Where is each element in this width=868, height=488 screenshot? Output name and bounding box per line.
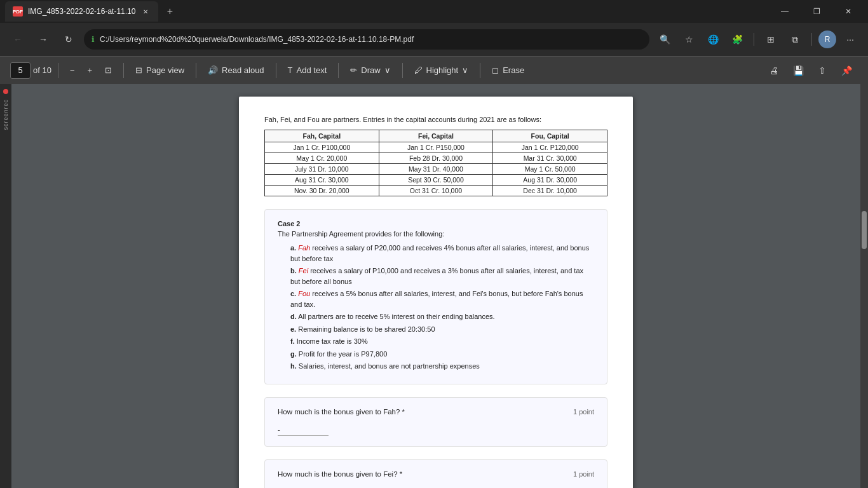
draw-label: Draw xyxy=(361,65,380,75)
list-item: c. Fou receives a 5% bonus after all sal… xyxy=(290,288,594,309)
addressbar: ← → ↻ ℹ C:/Users/reymond%20d%20querwela/… xyxy=(0,23,868,56)
split-screen-button[interactable]: ⧉ xyxy=(785,29,805,50)
table-cell: Sept 30 Cr. 50,000 xyxy=(379,175,493,186)
titlebar: PDF IMG_4853-2022-02-16-at-11.10 ✕ + — ❐… xyxy=(0,0,868,23)
toolbar-sep5 xyxy=(338,63,339,78)
refresh-button[interactable]: ↻ xyxy=(58,29,79,50)
question1-text: How much is the bonus given to Fah? * xyxy=(278,408,405,416)
list-item: d. All partners are to receive 5% intere… xyxy=(290,311,594,322)
tab-label: IMG_4853-2022-02-16-at-11.10 xyxy=(28,7,135,16)
table-cell: Mar 31 Cr. 30,000 xyxy=(493,153,607,164)
zoom-in-button[interactable]: + xyxy=(83,60,98,81)
scrollbar[interactable] xyxy=(860,84,868,488)
new-tab-button[interactable]: + xyxy=(161,3,179,20)
profile-button[interactable]: R xyxy=(818,30,836,48)
table-cell: Aug 31 Dr. 30,000 xyxy=(493,175,607,186)
read-aloud-icon: 🔊 xyxy=(208,65,218,75)
zoom-out-button[interactable]: − xyxy=(65,60,80,81)
table-cell: July 31 Dr. 10,000 xyxy=(265,164,379,175)
table-row: Nov. 30 Dr. 20,000 Oct 31 Cr. 10,000 Dec… xyxy=(265,186,607,196)
address-bar-input[interactable]: ℹ C:/Users/reymond%20d%20querwela/Downlo… xyxy=(84,29,649,50)
page-view-label: Page view xyxy=(146,65,184,75)
extensions-button[interactable]: 🧩 xyxy=(727,29,747,50)
page-view-button[interactable]: ⊟ Page view xyxy=(130,60,189,81)
scroll-thumb[interactable] xyxy=(862,211,867,249)
question2-header: How much is the bonus given to Fei? * 1 … xyxy=(278,470,594,478)
erase-label: Erase xyxy=(503,65,524,75)
close-button[interactable]: ✕ xyxy=(834,0,863,23)
browser-extension-button[interactable]: 🌐 xyxy=(703,29,723,50)
add-text-button[interactable]: T Add text xyxy=(283,60,332,81)
forward-button[interactable]: → xyxy=(33,29,53,50)
question1-points: 1 point xyxy=(573,408,594,416)
draw-chevron-icon: ∨ xyxy=(384,65,391,75)
pdf-content[interactable]: Fah, Fei, and Fou are partners. Entries … xyxy=(11,84,860,488)
share-button[interactable]: ⇧ xyxy=(811,60,834,81)
draw-icon: ✏ xyxy=(350,65,357,75)
table-cell: Nov. 30 Dr. 20,000 xyxy=(265,186,379,196)
table-cell: May 31 Dr. 40,000 xyxy=(379,164,493,175)
case2-section: Case 2 The Partnership Agreement provide… xyxy=(264,209,607,384)
page-number-input[interactable] xyxy=(10,62,31,79)
table-row: May 1 Cr. 20,000 Feb 28 Dr. 30,000 Mar 3… xyxy=(265,153,607,164)
case2-title: Case 2 xyxy=(278,220,594,227)
toolbar-sep3 xyxy=(196,63,196,78)
list-item: g. Profit for the year is P97,800 xyxy=(290,349,594,360)
table-cell: Dec 31 Dr. 10,000 xyxy=(493,186,607,196)
read-aloud-label: Read aloud xyxy=(222,65,264,75)
collections-button[interactable]: ⊞ xyxy=(761,29,781,50)
toolbar-sep6 xyxy=(402,63,403,78)
question1-section: How much is the bonus given to Fah? * 1 … xyxy=(264,397,607,447)
question1-header: How much is the bonus given to Fah? * 1 … xyxy=(278,408,594,416)
zoom-in-icon: + xyxy=(88,65,93,75)
pdf-toolbar: of 10 − + ⊡ ⊟ Page view 🔊 Read aloud T A… xyxy=(0,56,868,84)
erase-button[interactable]: ◻ Erase xyxy=(487,60,529,81)
save-button[interactable]: 💾 xyxy=(787,60,810,81)
list-item: f. Income tax rate is 30% xyxy=(290,336,594,347)
pdf-page: Fah, Fei, and Fou are partners. Entries … xyxy=(239,97,633,488)
pdf-right-tools: 🖨 💾 ⇧ 📌 xyxy=(763,60,858,81)
highlight-chevron-icon: ∨ xyxy=(462,65,468,75)
favorites-button[interactable]: ☆ xyxy=(679,29,699,50)
table-header-fou: Fou, Capital xyxy=(493,130,607,142)
pin-button[interactable]: 📌 xyxy=(835,60,858,81)
main-area: screenrec Fah, Fei, and Fou are partners… xyxy=(0,84,868,488)
url-text: C:/Users/reymond%20d%20querwela/Download… xyxy=(100,35,414,44)
table-cell: Jan 1 Cr. P100,000 xyxy=(265,142,379,153)
highlight-button[interactable]: 🖊 Highlight ∨ xyxy=(409,60,474,81)
table-header-fah: Fah, Capital xyxy=(265,130,379,142)
read-aloud-button[interactable]: 🔊 Read aloud xyxy=(203,60,269,81)
menu-button[interactable]: ··· xyxy=(840,29,860,50)
search-button[interactable]: 🔍 xyxy=(654,29,675,50)
tab-close-button[interactable]: ✕ xyxy=(140,6,151,17)
page-total: of 10 xyxy=(33,65,51,75)
screenrec-sidebar: screenrec xyxy=(0,84,11,488)
table-header-fei: Fei, Capital xyxy=(379,130,493,142)
fit-page-button[interactable]: ⊡ xyxy=(100,60,117,81)
question2-points: 1 point xyxy=(573,470,594,478)
highlight-label: Highlight xyxy=(426,65,459,75)
toolbar-sep2 xyxy=(123,63,124,78)
list-item: h. Salaries, interest, and bonus are not… xyxy=(290,361,594,372)
screenrec-label: screenrec xyxy=(3,99,9,130)
page-view-icon: ⊟ xyxy=(135,65,142,75)
restore-button[interactable]: ❐ xyxy=(802,0,831,23)
table-cell: Feb 28 Dr. 30,000 xyxy=(379,153,493,164)
highlight-icon: 🖊 xyxy=(414,65,423,75)
list-item: a. Fah receives a salary of P20,000 and … xyxy=(290,243,594,264)
table-section: Fah, Fei, and Fou are partners. Entries … xyxy=(264,116,607,196)
security-icon: ℹ xyxy=(92,35,95,44)
add-text-label: Add text xyxy=(297,65,327,75)
browser-tab[interactable]: PDF IMG_4853-2022-02-16-at-11.10 ✕ xyxy=(5,1,158,22)
back-button[interactable]: ← xyxy=(8,29,28,50)
table-row: July 31 Dr. 10,000 May 31 Dr. 40,000 May… xyxy=(265,164,607,175)
table-row: Aug 31 Cr. 30,000 Sept 30 Cr. 50,000 Aug… xyxy=(265,175,607,186)
minimize-button[interactable]: — xyxy=(770,0,799,23)
table-cell: Jan 1 Cr. P150,000 xyxy=(379,142,493,153)
print-button[interactable]: 🖨 xyxy=(763,60,785,81)
zoom-out-icon: − xyxy=(70,65,75,75)
table-row: Jan 1 Cr. P100,000 Jan 1 Cr. P150,000 Ja… xyxy=(265,142,607,153)
draw-button[interactable]: ✏ Draw ∨ xyxy=(345,60,395,81)
window-controls: — ❐ ✕ xyxy=(770,0,863,23)
table-intro-text: Fah, Fei, and Fou are partners. Entries … xyxy=(264,116,607,123)
